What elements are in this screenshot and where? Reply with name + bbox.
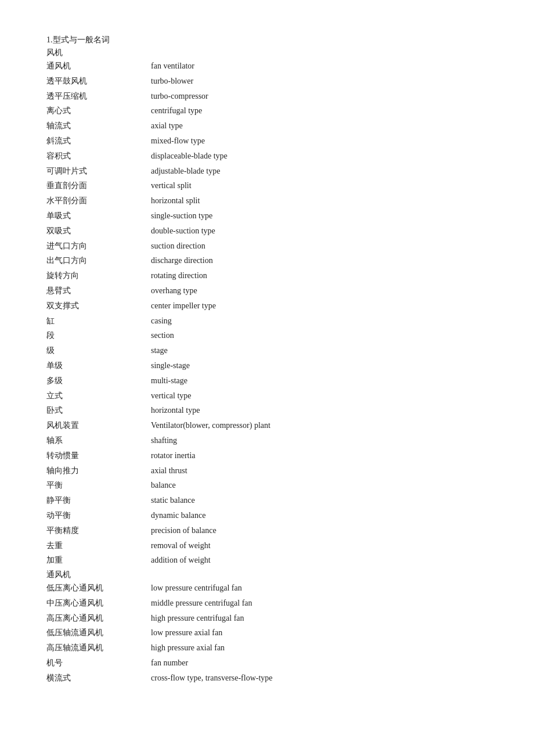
term-english: high pressure centrifugal fan	[151, 611, 488, 625]
term-chinese: 静平衡	[46, 494, 151, 507]
term-english: center impeller type	[151, 299, 488, 313]
term-row: 双吸式double-suction type	[46, 224, 488, 238]
term-chinese: 进气口方向	[46, 239, 151, 253]
term-chinese: 平衡	[46, 478, 151, 492]
section-title: 1.型式与一般名词	[46, 35, 488, 45]
term-english: addition of weight	[151, 553, 488, 567]
term-row: 段section	[46, 329, 488, 343]
term-english: precision of balance	[151, 524, 488, 538]
term-chinese: 双吸式	[46, 224, 151, 238]
term-row: 缸casing	[46, 314, 488, 328]
term-row: 动平衡dynamic balance	[46, 509, 488, 523]
term-row: 低压离心通风机low pressure centrifugal fan	[46, 581, 488, 595]
category-fengji: 风机	[46, 48, 488, 58]
term-row: 轴系shafting	[46, 434, 488, 448]
term-chinese: 卧式	[46, 404, 151, 417]
term-english: stage	[151, 344, 488, 358]
term-chinese: 双支撑式	[46, 299, 151, 313]
term-english: vertical type	[151, 389, 488, 403]
term-english: centrifugal type	[151, 104, 488, 118]
term-english: static balance	[151, 494, 488, 507]
term-english: low pressure centrifugal fan	[151, 581, 488, 595]
term-chinese: 低压离心通风机	[46, 581, 151, 595]
term-english: double-suction type	[151, 224, 488, 238]
term-chinese: 风机装置	[46, 419, 151, 433]
term-english: horizontal type	[151, 404, 488, 417]
term-english: suction direction	[151, 239, 488, 253]
term-chinese: 透平压缩机	[46, 89, 151, 103]
term-chinese: 段	[46, 329, 151, 343]
term-chinese: 加重	[46, 553, 151, 567]
term-chinese: 单吸式	[46, 209, 151, 223]
category-tongfengji: 通风机	[46, 570, 488, 580]
term-english: turbo-compressor	[151, 89, 488, 103]
term-row: 卧式horizontal type	[46, 404, 488, 417]
page-container: 1.型式与一般名词 风机 通风机fan ventilator透平鼓风机turbo…	[46, 35, 488, 685]
term-english: turbo-blower	[151, 74, 488, 88]
term-row: 转动惯量rotator inertia	[46, 449, 488, 463]
term-chinese: 水平剖分面	[46, 194, 151, 208]
term-row: 去重removal of weight	[46, 539, 488, 553]
term-row: 悬臂式overhang type	[46, 284, 488, 298]
term-english: casing	[151, 314, 488, 328]
general-terms-list: 通风机fan ventilator透平鼓风机turbo-blower透平压缩机t…	[46, 59, 488, 567]
term-chinese: 离心式	[46, 104, 151, 118]
term-english: vertical split	[151, 179, 488, 193]
term-chinese: 转动惯量	[46, 449, 151, 463]
term-chinese: 缸	[46, 314, 151, 328]
term-row: 单级single-stage	[46, 359, 488, 373]
term-row: 透平鼓风机turbo-blower	[46, 74, 488, 88]
term-english: single-suction type	[151, 209, 488, 223]
term-chinese: 透平鼓风机	[46, 74, 151, 88]
term-chinese: 出气口方向	[46, 254, 151, 268]
term-english: discharge direction	[151, 254, 488, 268]
term-row: 级stage	[46, 344, 488, 358]
term-chinese: 机号	[46, 656, 151, 670]
term-chinese: 级	[46, 344, 151, 358]
term-english: removal of weight	[151, 539, 488, 553]
term-english: single-stage	[151, 359, 488, 373]
term-english: dynamic balance	[151, 509, 488, 523]
term-english: shafting	[151, 434, 488, 448]
ventilator-terms-list: 低压离心通风机low pressure centrifugal fan中压离心通…	[46, 581, 488, 685]
term-row: 高压离心通风机high pressure centrifugal fan	[46, 611, 488, 625]
term-row: 透平压缩机turbo-compressor	[46, 89, 488, 103]
term-english: horizontal split	[151, 194, 488, 208]
term-chinese: 立式	[46, 389, 151, 403]
term-row: 双支撑式center impeller type	[46, 299, 488, 313]
term-chinese: 垂直剖分面	[46, 179, 151, 193]
term-row: 轴流式axial type	[46, 119, 488, 133]
term-row: 多级multi-stage	[46, 374, 488, 388]
term-english: Ventilator(blower, compressor) plant	[151, 419, 488, 433]
term-row: 静平衡static balance	[46, 494, 488, 507]
term-row: 低压轴流通风机low pressure axial fan	[46, 626, 488, 640]
term-english: section	[151, 329, 488, 343]
term-row: 旋转方向rotating direction	[46, 269, 488, 283]
term-chinese: 斜流式	[46, 134, 151, 148]
term-english: overhang type	[151, 284, 488, 298]
term-row: 斜流式mixed-flow type	[46, 134, 488, 148]
term-english: adjustable-blade type	[151, 164, 488, 178]
term-row: 出气口方向discharge direction	[46, 254, 488, 268]
term-english: high pressure axial fan	[151, 641, 488, 655]
term-english: middle pressure centrifugal fan	[151, 596, 488, 610]
term-chinese: 低压轴流通风机	[46, 626, 151, 640]
term-row: 中压离心通风机middle pressure centrifugal fan	[46, 596, 488, 610]
term-chinese: 可调叶片式	[46, 164, 151, 178]
term-row: 平衡balance	[46, 478, 488, 492]
term-chinese: 轴流式	[46, 119, 151, 133]
term-row: 水平剖分面horizontal split	[46, 194, 488, 208]
term-chinese: 容积式	[46, 149, 151, 163]
term-chinese: 旋转方向	[46, 269, 151, 283]
term-row: 容积式displaceable-blade type	[46, 149, 488, 163]
term-chinese: 轴系	[46, 434, 151, 448]
term-english: axial type	[151, 119, 488, 133]
term-chinese: 平衡精度	[46, 524, 151, 538]
term-row: 立式vertical type	[46, 389, 488, 403]
term-english: rotator inertia	[151, 449, 488, 463]
term-chinese: 轴向推力	[46, 464, 151, 478]
term-chinese: 多级	[46, 374, 151, 388]
term-chinese: 悬臂式	[46, 284, 151, 298]
term-row: 通风机fan ventilator	[46, 59, 488, 73]
term-english: rotating direction	[151, 269, 488, 283]
